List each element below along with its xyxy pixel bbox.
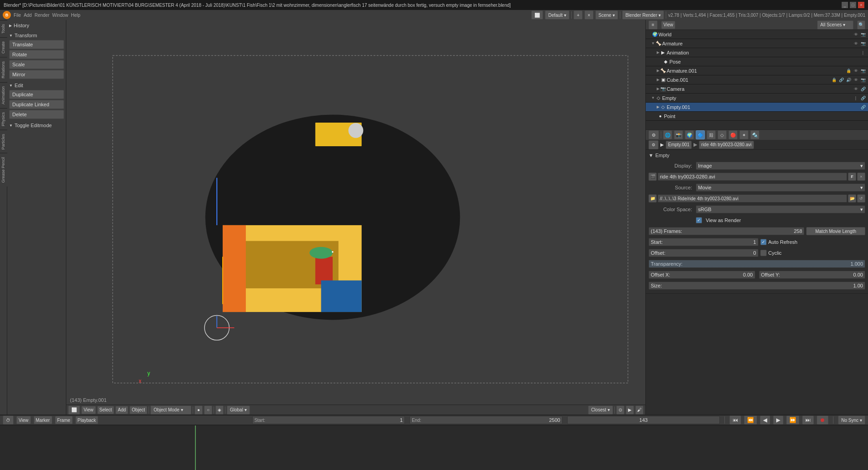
timeline-marker-btn[interactable]: Marker	[34, 416, 52, 424]
outliner-item-world[interactable]: 🌍 World 👁 📷	[646, 30, 868, 39]
tab-create[interactable]: Create	[0, 37, 7, 57]
scene-filter-dropdown[interactable]: All Scenes ▾	[817, 20, 853, 30]
transform-orientation-dropdown[interactable]: Global ▾	[227, 406, 250, 415]
cube001-v2[interactable]: 🔗	[838, 77, 844, 83]
file-name-field[interactable]: ride 4th try0023-0280.avi	[658, 173, 847, 181]
scale-button[interactable]: Scale	[9, 60, 64, 69]
view-menu-btn[interactable]: View	[81, 406, 96, 414]
record-btn[interactable]: ⏺	[817, 416, 828, 425]
menu-window[interactable]: Window	[52, 13, 69, 18]
armature-render-btn[interactable]: 📷	[860, 40, 866, 47]
path-browse-btn[interactable]: 📂	[848, 194, 856, 203]
menu-add[interactable]: Add	[24, 13, 32, 18]
duplicate-linked-button[interactable]: Duplicate Linked	[9, 100, 64, 109]
minimize-button[interactable]: _	[842, 2, 848, 8]
translate-button[interactable]: Translate	[9, 40, 64, 49]
menu-file[interactable]: File	[14, 13, 21, 18]
tab-particles[interactable]: Particles	[0, 130, 7, 153]
timeline-frame-btn[interactable]: Frame	[55, 416, 73, 424]
tab-relations[interactable]: Relations	[0, 57, 7, 82]
outliner-search-btn[interactable]: 🔍	[857, 20, 865, 30]
display-dropdown[interactable]: Image ▾	[696, 162, 865, 170]
jump-to-end-btn[interactable]: ⏭	[802, 416, 814, 425]
toggle-editmode-header[interactable]: ▼ Toggle Editmode	[9, 122, 64, 129]
close-button[interactable]: ×	[858, 2, 864, 8]
constraints-props-btn[interactable]: ⛓	[707, 130, 716, 139]
empty001-breadcrumb[interactable]: Empty.001	[666, 141, 692, 149]
path-reload-btn[interactable]: ↺	[857, 194, 865, 203]
transparency-field[interactable]: Transparency: 1.000	[649, 260, 865, 268]
wire-shading-btn[interactable]: ○	[204, 406, 212, 415]
current-frame-field[interactable]: 143	[567, 416, 720, 424]
rotate-button[interactable]: Rotate	[9, 50, 64, 59]
timeline-view-btn[interactable]: View	[16, 416, 31, 424]
source-dropdown[interactable]: Movie ▾	[696, 183, 865, 192]
end-frame-field[interactable]: End: 2500	[409, 416, 563, 424]
maximize-button[interactable]: □	[850, 2, 856, 8]
cyclic-checkbox[interactable]	[760, 250, 767, 256]
object-props-btn[interactable]: 🔷	[696, 130, 705, 139]
tab-tools[interactable]: Tools	[0, 20, 7, 37]
snap-dropdown[interactable]: Closest ▾	[588, 406, 613, 415]
tab-animation[interactable]: Animation	[0, 82, 7, 108]
outliner-item-empty[interactable]: ▼ ◇ Empty | 🔗	[646, 94, 868, 103]
history-header[interactable]: ▶ History	[9, 22, 64, 29]
screen-layout-dropdown[interactable]: Default ▾	[545, 10, 569, 20]
outliner-view-btn[interactable]: View	[661, 21, 676, 29]
select-menu-btn[interactable]: Select	[97, 406, 115, 414]
breadcrumb-editor-btn[interactable]: ⚙	[649, 140, 658, 149]
paint-btn[interactable]: 🖌	[635, 406, 644, 415]
cube001-v5[interactable]: 📷	[860, 77, 866, 83]
armature001-v3[interactable]: 📷	[860, 68, 866, 74]
transform-header[interactable]: ▼ Transform	[9, 32, 64, 39]
offset-y-field[interactable]: Offset Y: 0.00	[759, 271, 866, 279]
pivot-btn[interactable]: ◈	[215, 406, 224, 415]
properties-editor-type-btn[interactable]: ⚙	[649, 130, 659, 139]
mirror-button[interactable]: Mirror	[9, 70, 64, 79]
animation-action-btn[interactable]: |	[860, 49, 866, 56]
physics-props-btn[interactable]: 🔩	[750, 130, 759, 139]
proportional-btn[interactable]: ⊙	[616, 406, 624, 415]
outliner-item-camera[interactable]: ▶ 📷 Camera 👁 🔗	[646, 84, 868, 94]
header-editor-type[interactable]: ⬜	[531, 10, 543, 20]
prev-frame-btn[interactable]: ⏪	[744, 416, 757, 425]
tab-grease-pencil[interactable]: Grease Pencil	[0, 153, 7, 187]
outliner-item-cube001[interactable]: ▶ ▣ Cube.001 🔒 🔗 🔊 👁 📷	[646, 75, 868, 84]
size-field[interactable]: Size: 1.00	[649, 282, 865, 290]
outliner-item-pose[interactable]: ◆ Pose	[646, 57, 868, 66]
outliner-item-animation[interactable]: ▶ ▶ Animation |	[646, 48, 868, 57]
color-space-dropdown[interactable]: sRGB ▾	[696, 205, 865, 213]
match-movie-btn[interactable]: Match Movie Length	[806, 227, 865, 235]
cube001-v4[interactable]: 👁	[853, 77, 859, 83]
add-scene-btn[interactable]: +	[574, 10, 583, 20]
solid-shading-btn[interactable]: ●	[195, 406, 203, 415]
offset-field[interactable]: Offset: 0	[649, 249, 758, 257]
armature-expand[interactable]: ▼	[651, 41, 655, 45]
world-props-btn[interactable]: 🌍	[685, 130, 694, 139]
menu-render[interactable]: Render	[35, 13, 50, 18]
cube001-v3[interactable]: 🔊	[845, 77, 852, 83]
outliner-item-empty001[interactable]: ▶ ◇ Empty.001 🔗	[646, 103, 868, 112]
scene-props-btn[interactable]: 🌐	[663, 130, 672, 139]
armature-visibility-btn[interactable]: 👁	[853, 40, 859, 47]
world-render-btn[interactable]: 📷	[860, 31, 866, 38]
remove-scene-btn[interactable]: ×	[584, 10, 594, 20]
auto-refresh-checkbox[interactable]	[760, 239, 767, 245]
add-menu-btn[interactable]: Add	[115, 406, 128, 414]
camera-v2[interactable]: 🔗	[860, 86, 866, 92]
outliner-item-armature[interactable]: ▼ 🦴 Armature 👁 📷	[646, 39, 868, 48]
empty-expand[interactable]: ▼	[651, 96, 655, 100]
edit-header[interactable]: ▼ Edit	[9, 82, 64, 89]
timeline-editor-btn[interactable]: ⏱	[3, 416, 14, 425]
armature001-v1[interactable]: 🔒	[845, 68, 852, 74]
world-visibility-btn[interactable]: 👁	[853, 31, 859, 38]
path-field[interactable]: //..\..\..\3 Ride/ride 4th try0023-0280.…	[658, 194, 847, 203]
empty-v1[interactable]: |	[853, 95, 859, 101]
view-as-render-checkbox[interactable]	[696, 217, 702, 223]
sync-dropdown[interactable]: No Sync ▾	[838, 416, 865, 425]
timeline-playback-btn[interactable]: Playback	[75, 416, 99, 424]
start-frame-field[interactable]: Start: 1	[252, 416, 405, 424]
camera-v1[interactable]: 👁	[853, 86, 859, 92]
scene-dropdown[interactable]: Scene ▾	[595, 10, 618, 20]
duplicate-button[interactable]: Duplicate	[9, 90, 64, 99]
